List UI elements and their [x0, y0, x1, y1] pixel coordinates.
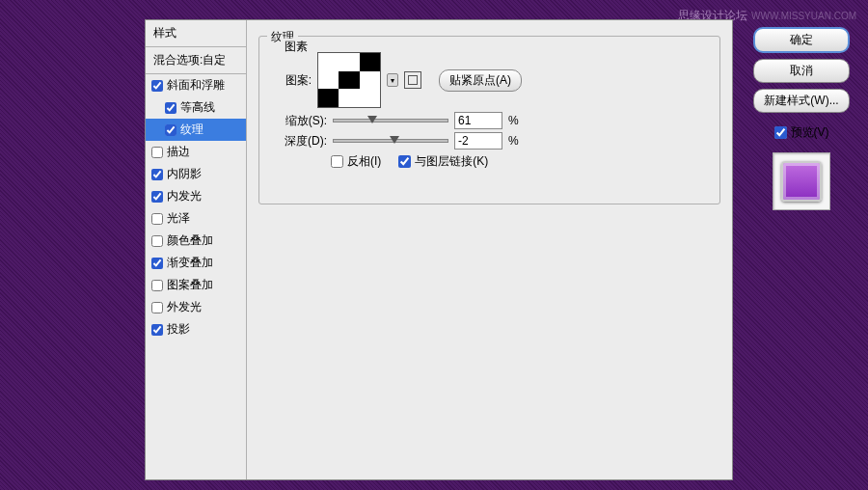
link-layer-label: 与图层链接(K) [415, 153, 488, 170]
subgroup-title: 图素 [281, 39, 312, 55]
effect-checkbox[interactable] [151, 80, 163, 92]
depth-slider[interactable] [333, 139, 448, 143]
invert-label: 反相(I) [347, 153, 381, 170]
effect-label: 光泽 [167, 210, 190, 227]
effect-item-9[interactable]: 图案叠加 [146, 274, 246, 296]
effect-checkbox[interactable] [151, 235, 163, 247]
effect-checkbox[interactable] [151, 280, 163, 291]
pattern-subgroup: 图素 图案: ▾ 贴紧原点(A) 缩放(S): [273, 52, 706, 170]
effect-label: 图案叠加 [167, 277, 213, 293]
sidebar-header: 样式 [146, 20, 246, 47]
effect-label: 颜色叠加 [167, 232, 213, 249]
effect-item-7[interactable]: 颜色叠加 [146, 230, 246, 252]
effect-checkbox[interactable] [151, 258, 163, 269]
effect-label: 内发光 [167, 188, 202, 204]
texture-group: 纹理 图素 图案: ▾ 贴紧原点(A) 缩放(S): [258, 36, 720, 204]
main-panel: 纹理 图素 图案: ▾ 贴紧原点(A) 缩放(S): [247, 20, 732, 479]
link-layer-checkbox[interactable] [398, 155, 411, 168]
preview-label: 预览(V) [791, 124, 829, 141]
ok-button[interactable]: 确定 [753, 27, 850, 53]
blend-options[interactable]: 混合选项:自定 [146, 47, 246, 74]
preview-thumbnail [773, 152, 830, 210]
effect-checkbox[interactable] [151, 324, 163, 336]
cancel-button[interactable]: 取消 [753, 59, 850, 83]
depth-label: 深度(D): [273, 133, 327, 150]
effect-checkbox[interactable] [151, 191, 163, 203]
new-preset-button[interactable] [404, 71, 421, 89]
effect-item-8[interactable]: 渐变叠加 [146, 252, 246, 274]
effect-label: 内阴影 [167, 166, 202, 182]
invert-checkbox[interactable] [331, 155, 343, 168]
effect-checkbox[interactable] [165, 124, 176, 136]
effect-item-5[interactable]: 内发光 [146, 185, 246, 207]
scale-slider[interactable] [333, 119, 448, 122]
depth-input[interactable] [454, 132, 502, 150]
pattern-label: 图案: [273, 72, 312, 89]
effect-checkbox[interactable] [151, 169, 163, 180]
snap-origin-button[interactable]: 贴紧原点(A) [439, 69, 522, 92]
effect-checkbox[interactable] [151, 213, 163, 225]
preview-checkbox[interactable] [774, 126, 787, 139]
effect-label: 外发光 [167, 299, 202, 315]
effect-label: 斜面和浮雕 [167, 77, 225, 94]
effect-label: 投影 [167, 321, 190, 338]
effect-item-0[interactable]: 斜面和浮雕 [146, 74, 246, 96]
scale-input[interactable] [454, 112, 502, 129]
effect-item-2[interactable]: 纹理 [146, 119, 246, 141]
effect-label: 渐变叠加 [167, 255, 213, 271]
pattern-swatch[interactable] [317, 52, 381, 108]
layer-style-dialog: 样式 混合选项:自定 斜面和浮雕等高线纹理描边内阴影内发光光泽颜色叠加渐变叠加图… [145, 19, 733, 480]
effect-item-1[interactable]: 等高线 [146, 96, 246, 119]
effect-item-3[interactable]: 描边 [146, 141, 246, 163]
dialog-buttons: 确定 取消 新建样式(W)... 预览(V) [745, 27, 858, 210]
effect-checkbox[interactable] [151, 147, 163, 158]
effect-checkbox[interactable] [165, 102, 176, 114]
effect-item-11[interactable]: 投影 [146, 318, 246, 340]
effect-label: 纹理 [180, 122, 203, 138]
scale-label: 缩放(S): [273, 113, 327, 129]
effect-label: 描边 [167, 144, 190, 160]
effect-item-10[interactable]: 外发光 [146, 296, 246, 318]
pattern-dropdown-icon[interactable]: ▾ [387, 73, 398, 87]
effect-label: 等高线 [180, 99, 215, 116]
new-style-button[interactable]: 新建样式(W)... [753, 89, 850, 113]
effect-item-6[interactable]: 光泽 [146, 207, 246, 230]
effect-item-4[interactable]: 内阴影 [146, 163, 246, 185]
style-sidebar: 样式 混合选项:自定 斜面和浮雕等高线纹理描边内阴影内发光光泽颜色叠加渐变叠加图… [146, 20, 247, 479]
effect-checkbox[interactable] [151, 302, 163, 313]
